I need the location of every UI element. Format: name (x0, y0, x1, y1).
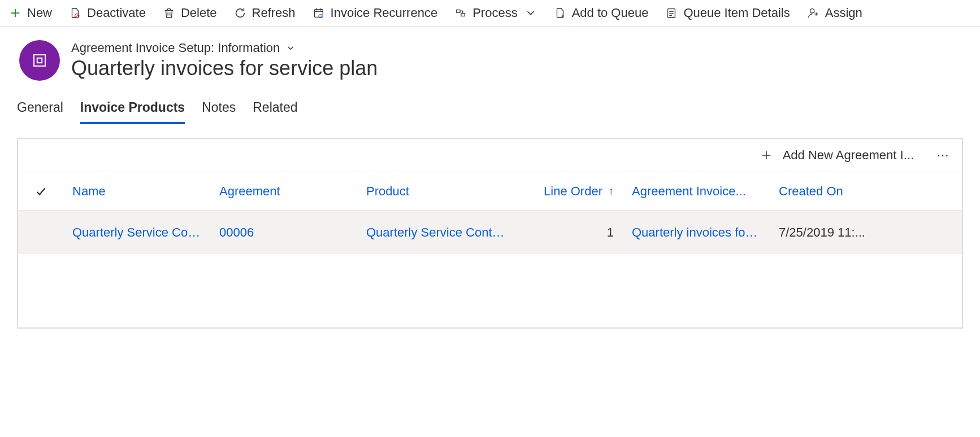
row-agreement-link[interactable]: 00006 (210, 225, 357, 240)
add-new-label: Add New Agreement I... (783, 148, 914, 163)
select-all-checkbox[interactable] (18, 185, 63, 198)
refresh-button[interactable]: Refresh (234, 6, 296, 20)
deactivate-button[interactable]: Deactivate (69, 6, 146, 20)
tab-general[interactable]: General (17, 100, 63, 124)
add-to-queue-icon (554, 7, 566, 19)
add-to-queue-label: Add to Queue (572, 6, 649, 20)
add-new-agreement-button[interactable]: Add New Agreement I... (760, 148, 914, 163)
tab-related[interactable]: Related (253, 100, 297, 124)
deactivate-label: Deactivate (87, 6, 146, 20)
col-name-label: Name (72, 184, 106, 199)
chevron-down-icon (524, 7, 537, 19)
col-agreement-label: Agreement (219, 184, 280, 199)
plus-icon (9, 7, 21, 19)
process-button[interactable]: Process (454, 6, 517, 20)
record-header: Agreement Invoice Setup: Information Qua… (0, 27, 980, 86)
grid-header: Name Agreement Product Line Order ↑ Agre… (18, 172, 962, 210)
process-icon (454, 7, 467, 19)
calendar-recurrence-icon (313, 7, 325, 19)
plus-icon (760, 149, 773, 161)
col-agreement-invoice-label: Agreement Invoice... (632, 184, 746, 199)
chevron-down-icon (285, 43, 296, 53)
entity-icon (30, 51, 49, 70)
record-title: Quarterly invoices for service plan (71, 56, 378, 80)
queue-details-icon (665, 7, 678, 19)
check-icon (34, 185, 47, 198)
assign-icon (807, 7, 819, 19)
invoice-recurrence-button[interactable]: Invoice Recurrence (313, 6, 438, 20)
svg-rect-10 (457, 10, 460, 13)
col-created-on[interactable]: Created On (770, 184, 962, 199)
col-line-order[interactable]: Line Order ↑ (515, 184, 623, 199)
queue-item-details-label: Queue Item Details (683, 6, 790, 20)
assign-button[interactable]: Assign (807, 6, 862, 20)
col-agreement-invoice[interactable]: Agreement Invoice... (623, 184, 770, 199)
form-selector[interactable]: Agreement Invoice Setup: Information (71, 41, 378, 55)
col-name[interactable]: Name (63, 184, 210, 199)
subgrid-toolbar: Add New Agreement I... ⋯ (18, 139, 962, 172)
row-agreement-invoice-link[interactable]: Quarterly invoices for servi (623, 225, 770, 240)
deactivate-icon (69, 7, 81, 19)
svg-line-3 (76, 15, 79, 18)
row-created-on: 7/25/2019 11:... (770, 225, 962, 240)
breadcrumb-label: Agreement Invoice Setup: Information (71, 41, 280, 55)
table-row[interactable]: Quarterly Service Contract. 00006 Quarte… (18, 210, 962, 254)
col-product[interactable]: Product (357, 184, 515, 199)
refresh-label: Refresh (252, 6, 296, 20)
assign-label: Assign (825, 6, 862, 20)
svg-point-18 (810, 9, 814, 13)
col-product-label: Product (366, 184, 409, 199)
process-label: Process (472, 6, 517, 20)
tab-strip: General Invoice Products Notes Related (0, 86, 980, 124)
process-dropdown[interactable] (524, 7, 537, 19)
col-line-order-label: Line Order (544, 184, 602, 199)
add-to-queue-button[interactable]: Add to Queue (554, 6, 649, 20)
trash-icon (163, 7, 175, 19)
row-line-order: 1 (515, 225, 623, 240)
invoice-recurrence-label: Invoice Recurrence (331, 6, 438, 20)
delete-label: Delete (181, 6, 217, 20)
col-agreement[interactable]: Agreement (210, 184, 357, 199)
delete-button[interactable]: Delete (163, 6, 217, 20)
sort-ascending-icon: ↑ (608, 185, 614, 198)
col-created-on-label: Created On (779, 184, 843, 199)
row-name-link[interactable]: Quarterly Service Contract. (63, 225, 210, 240)
more-commands-button[interactable]: ⋯ (936, 148, 951, 163)
command-bar: New Deactivate Delete Refresh Invoice Re… (0, 0, 980, 27)
entity-badge (19, 40, 60, 81)
queue-item-details-button[interactable]: Queue Item Details (665, 6, 790, 20)
svg-rect-20 (37, 58, 42, 63)
row-product-link[interactable]: Quarterly Service Contract. (357, 225, 515, 240)
new-label: New (27, 6, 52, 20)
svg-rect-19 (34, 55, 45, 66)
refresh-icon (234, 7, 246, 19)
tab-invoice-products[interactable]: Invoice Products (80, 100, 185, 124)
svg-rect-11 (461, 14, 465, 16)
new-button[interactable]: New (9, 6, 52, 20)
subgrid: Add New Agreement I... ⋯ Name Agreement … (17, 138, 963, 329)
tab-notes[interactable]: Notes (202, 100, 236, 124)
